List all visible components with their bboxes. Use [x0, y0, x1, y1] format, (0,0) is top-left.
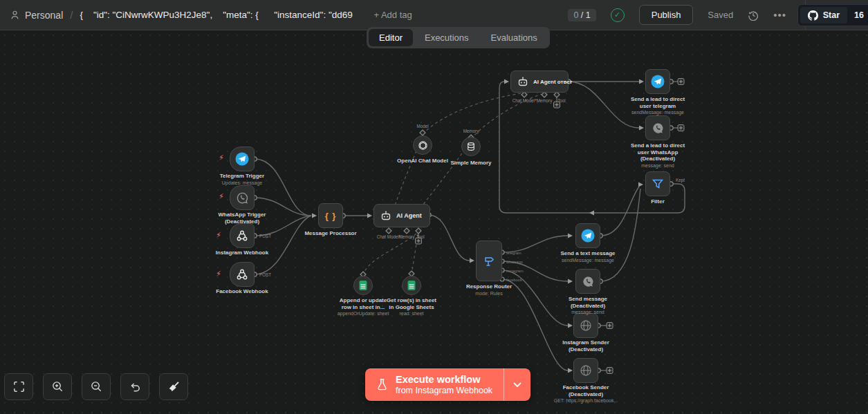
flask-icon — [376, 378, 388, 391]
node-label: Send a lead to directuser telegramsendMe… — [613, 96, 703, 116]
node-simple-memory[interactable] — [461, 137, 481, 156]
google-sheets-icon — [358, 280, 369, 291]
breadcrumb-separator: / — [70, 9, 73, 21]
node-sheets-append[interactable] — [353, 276, 373, 295]
edge-terminal-stubs — [418, 82, 678, 370]
chat-model-text: Chat Model — [377, 234, 399, 239]
edge-processor-to-agent — [343, 214, 372, 218]
tool-anchor-label: Tool — [557, 98, 566, 103]
workflow-edges: POST POST Kept telegram whatsapp instagr… — [0, 30, 868, 414]
globe-icon — [580, 319, 592, 332]
kept-label: Kept — [676, 178, 685, 183]
node-filter[interactable] — [645, 171, 670, 196]
add-tag-button[interactable]: + Add tag — [373, 10, 412, 20]
counter-total: / 1 — [578, 10, 590, 20]
tab-editor[interactable]: Editor — [369, 29, 413, 46]
star-count: 16 — [847, 7, 868, 23]
history-icon[interactable] — [748, 10, 759, 21]
add-connection-buttons[interactable] — [416, 79, 685, 374]
trigger-bolt-icon: ⚡ — [216, 270, 221, 279]
execute-title: Execute workflow — [396, 374, 492, 386]
edge-senders-to-filter — [600, 182, 643, 282]
node-whatsapp-trigger[interactable] — [230, 185, 255, 210]
node-label: Facebook Webhook — [197, 288, 287, 295]
webhook-icon — [235, 267, 249, 281]
execute-dropdown-button[interactable] — [504, 368, 530, 401]
telegram-icon — [651, 75, 665, 88]
webhook-icon — [235, 229, 249, 243]
person-icon — [10, 10, 20, 20]
google-sheets-icon — [406, 280, 417, 291]
github-star-widget[interactable]: Star 16 — [797, 4, 868, 26]
node-label: Simple Memory — [426, 160, 516, 167]
post-label: POST — [259, 272, 271, 277]
node-label: Message Processor — [286, 230, 376, 237]
tab-evaluations[interactable]: Evaluations — [481, 29, 548, 46]
execute-subtitle: from Instagram Webhook — [396, 386, 492, 396]
node-send-message[interactable] — [575, 269, 600, 294]
workflow-status-check-icon: ✓ — [611, 8, 625, 22]
node-sheets-get[interactable] — [402, 276, 421, 295]
edge-agent-to-router — [429, 215, 474, 263]
node-instagram-webhook[interactable] — [230, 223, 255, 248]
fit-view-button[interactable] — [4, 373, 33, 400]
node-message-processor[interactable]: { } — [318, 203, 343, 228]
star-label: Star — [823, 10, 840, 20]
node-ai-agent-otvet[interactable]: AI Agent ответ — [510, 70, 569, 93]
node-lead-whatsapp[interactable] — [645, 115, 670, 140]
project-name: Personal — [25, 10, 63, 21]
node-ai-agent[interactable]: AI Agent — [373, 204, 430, 227]
router-output-facebook: facebook — [506, 278, 522, 282]
node-label: Instagram Sender(Deactivated) — [541, 339, 631, 352]
router-output-instagram: instagram — [506, 269, 524, 273]
tidy-up-button[interactable] — [159, 373, 188, 400]
workflow-title[interactable]: { "id": "CiNwrwKWPu3H2Je8", "meta": { "i… — [80, 10, 353, 20]
node-label: Send a lead to directuser WhatsApp(Deact… — [613, 142, 703, 169]
globe-icon — [580, 364, 592, 377]
telegram-icon — [581, 229, 595, 243]
trigger-bolt-icon: ⚡ — [219, 153, 224, 162]
execute-workflow-button[interactable]: Execute workflow from Instagram Webhook — [365, 368, 530, 401]
robot-icon — [380, 210, 391, 221]
node-response-router[interactable] — [476, 241, 502, 281]
top-bar: Personal / { "id": "CiNwrwKWPu3H2Je8", "… — [0, 0, 868, 30]
more-menu-icon[interactable]: ••• — [773, 9, 786, 21]
github-star-button[interactable]: Star — [800, 7, 847, 23]
router-output-whatsapp: whatsapp — [506, 260, 523, 264]
memory-anchor-label: Memory — [537, 98, 553, 104]
saved-status: Saved — [708, 10, 733, 20]
tab-executions[interactable]: Executions — [414, 29, 479, 46]
node-label: Response Routermode: Rules — [444, 283, 534, 297]
node-label: Facebook Sender(Deactivated)GET: https:/… — [541, 384, 631, 404]
node-label: Telegram TriggerUpdates: message — [197, 173, 287, 186]
node-telegram-trigger[interactable] — [230, 147, 255, 171]
chat-model-anchor-label: Chat Model* — [377, 234, 401, 239]
node-title: AI Agent — [396, 212, 422, 219]
zoom-in-button[interactable] — [43, 373, 72, 400]
trigger-bolt-icon: ⚡ — [219, 192, 224, 201]
signpost-icon — [482, 254, 496, 268]
github-icon — [808, 10, 818, 21]
node-instagram-sender[interactable] — [573, 313, 598, 338]
chevron-down-icon — [513, 382, 521, 388]
zoom-out-button[interactable] — [82, 373, 111, 400]
node-openai-chat-model[interactable] — [413, 135, 432, 155]
undo-button[interactable] — [120, 373, 149, 400]
post-label: POST — [259, 234, 271, 238]
subnode-anchors[interactable] — [360, 92, 560, 277]
view-tabs: Editor Executions Evaluations — [367, 27, 550, 48]
trigger-bolt-icon: ⚡ — [216, 231, 221, 240]
project-breadcrumb[interactable]: Personal — [10, 10, 63, 21]
model-anchor-label: Model — [416, 124, 428, 129]
edge-subnode-links — [363, 93, 542, 276]
node-label: WhatsApp Trigger(Deactivated) — [197, 211, 287, 225]
publish-button[interactable]: Publish — [639, 5, 694, 25]
node-facebook-webhook[interactable] — [230, 262, 255, 287]
node-send-text-message[interactable] — [575, 223, 600, 248]
chat-model-anchor-label: Chat Model* — [513, 98, 537, 103]
evaluation-counter: 0 / 1 — [568, 9, 595, 21]
node-facebook-sender[interactable] — [573, 358, 598, 383]
node-lead-telegram[interactable] — [645, 69, 670, 94]
whatsapp-icon — [652, 122, 665, 135]
node-label: Get row(s) in sheetin Google Sheetsread:… — [367, 297, 456, 317]
